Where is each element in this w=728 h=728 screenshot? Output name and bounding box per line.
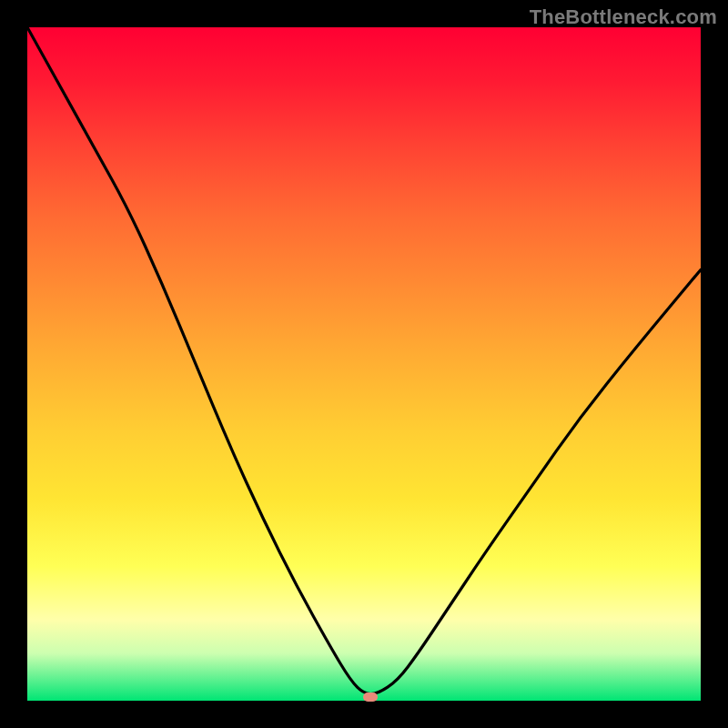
chart-stage: TheBottleneck.com [0, 0, 728, 728]
plot-area [27, 27, 701, 701]
watermark-text: TheBottleneck.com [530, 5, 717, 29]
min-marker [363, 693, 378, 702]
bottleneck-curve [27, 27, 701, 701]
